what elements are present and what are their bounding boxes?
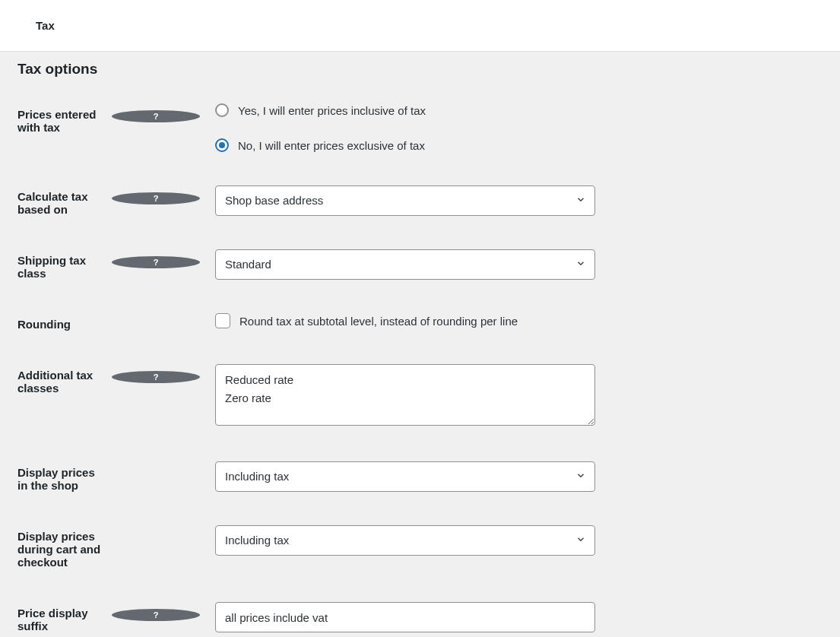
select-display-shop[interactable]: Including tax <box>215 461 595 492</box>
checkbox-item-rounding[interactable]: Round tax at subtotal level, instead of … <box>215 313 633 328</box>
label-calc-based-on: Calculate tax based on ? <box>17 185 215 216</box>
content: Tax options Prices entered with tax ? Ye… <box>0 52 840 637</box>
help-icon[interactable]: ? <box>112 609 200 621</box>
row-prices-entered: Prices entered with tax ? Yes, I will en… <box>17 103 823 152</box>
section-title: Tax options <box>17 61 823 78</box>
select-calc-based-on[interactable]: Shop base address <box>215 185 595 216</box>
label-text: Additional tax classes <box>17 369 106 395</box>
checkbox-rounding[interactable] <box>215 313 230 328</box>
label-display-shop: Display prices in the shop <box>17 461 215 492</box>
radio-item-exclusive[interactable]: No, I will enter prices exclusive of tax <box>215 138 633 152</box>
row-shipping-tax-class: Shipping tax class ? Standard <box>17 249 823 280</box>
label-rounding: Rounding <box>17 313 215 331</box>
help-icon[interactable]: ? <box>112 256 200 268</box>
row-display-cart: Display prices during cart and checkout … <box>17 525 823 569</box>
row-rounding: Rounding Round tax at subtotal level, in… <box>17 313 823 331</box>
help-icon[interactable]: ? <box>112 371 200 383</box>
label-price-suffix: Price display suffix ? <box>17 602 215 632</box>
checkbox-label-rounding: Round tax at subtotal level, instead of … <box>239 315 518 328</box>
select-display-cart[interactable]: Including tax <box>215 525 595 556</box>
row-calc-based-on: Calculate tax based on ? Shop base addre… <box>17 185 823 216</box>
row-display-shop: Display prices in the shop Including tax <box>17 461 823 492</box>
label-text: Prices entered with tax <box>17 108 106 134</box>
radio-item-inclusive[interactable]: Yes, I will enter prices inclusive of ta… <box>215 103 633 117</box>
row-price-suffix: Price display suffix ? <box>17 602 823 632</box>
label-text: Rounding <box>17 318 106 331</box>
label-text: Shipping tax class <box>17 254 106 280</box>
label-text: Calculate tax based on <box>17 190 106 216</box>
label-display-cart: Display prices during cart and checkout <box>17 525 215 569</box>
radio-inclusive[interactable] <box>215 103 229 117</box>
label-prices-entered: Prices entered with tax ? <box>17 103 215 134</box>
radio-group-prices-entered: Yes, I will enter prices inclusive of ta… <box>215 103 633 152</box>
label-text: Display prices during cart and checkout <box>17 530 106 569</box>
select-shipping-tax-class[interactable]: Standard <box>215 249 595 280</box>
help-icon[interactable]: ? <box>112 110 200 122</box>
radio-label-exclusive: No, I will enter prices exclusive of tax <box>238 139 425 152</box>
input-price-suffix[interactable] <box>215 602 595 632</box>
help-icon[interactable]: ? <box>112 192 200 204</box>
label-text: Price display suffix <box>17 607 106 632</box>
page-title: Tax <box>36 19 55 32</box>
radio-exclusive[interactable] <box>215 138 229 152</box>
row-additional-classes: Additional tax classes ? Reduced rate Ze… <box>17 364 823 428</box>
label-additional-classes: Additional tax classes ? <box>17 364 215 395</box>
label-text: Display prices in the shop <box>17 466 106 492</box>
radio-label-inclusive: Yes, I will enter prices inclusive of ta… <box>238 104 426 117</box>
textarea-additional-classes[interactable]: Reduced rate Zero rate <box>215 364 595 426</box>
label-shipping-tax-class: Shipping tax class ? <box>17 249 215 280</box>
topbar: Tax <box>0 0 840 52</box>
